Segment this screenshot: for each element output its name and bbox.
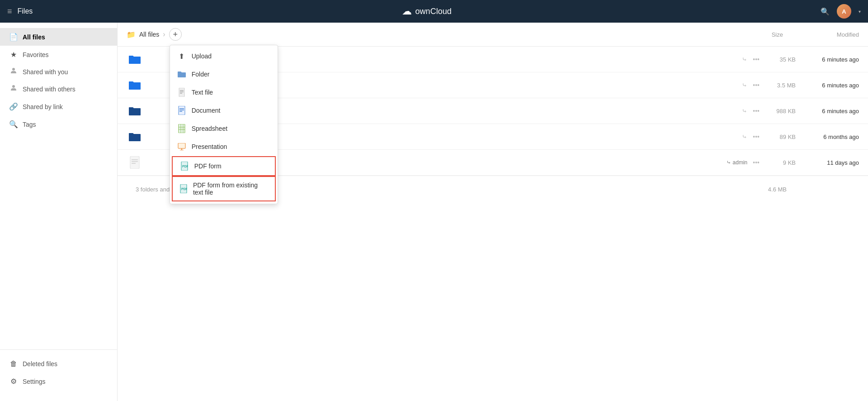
shared-with-you-icon: [9, 68, 18, 76]
nav-center: ☁ ownCloud: [402, 5, 452, 17]
dropdown-item-text-file[interactable]: Text file: [170, 83, 278, 101]
file-size: 988 KB: [760, 108, 796, 115]
sidebar-label-shared-with-you: Shared with you: [23, 68, 68, 76]
nav-left: ≡ Files: [7, 7, 33, 16]
brand-name: ownCloud: [415, 7, 452, 16]
file-size: 9 KB: [760, 159, 796, 166]
sidebar-item-all-files[interactable]: 📄 All files: [0, 28, 117, 46]
dropdown-item-upload[interactable]: ⬆ Upload: [170, 47, 278, 65]
new-file-plus-icon: +: [173, 30, 178, 39]
dropdown-item-pdf-form-existing[interactable]: PDF PDF form from existing text file: [172, 176, 276, 201]
top-navigation: ≡ Files ☁ ownCloud 🔍 A ▾: [0, 0, 868, 23]
shared-by-link-icon: 🔗: [9, 102, 18, 111]
hamburger-menu[interactable]: ≡: [7, 7, 12, 16]
dropdown-label-pdf-form-existing: PDF form from existing text file: [193, 181, 268, 196]
file-type-icon: [127, 51, 143, 67]
sidebar-label-shared-with-others: Shared with others: [23, 86, 75, 93]
upload-icon: ⬆: [177, 52, 186, 61]
sidebar-label-favorites: Favorites: [23, 51, 49, 58]
sidebar-item-shared-with-others[interactable]: Shared with others: [0, 81, 117, 98]
sidebar: 📄 All files ★ Favorites Shared with you: [0, 23, 118, 401]
dropdown-item-spreadsheet[interactable]: Spreadsheet: [170, 119, 278, 138]
file-actions: ⤷ •••: [742, 56, 760, 63]
svg-rect-8: [179, 124, 185, 133]
more-options-icon[interactable]: •••: [753, 133, 760, 140]
sidebar-item-favorites[interactable]: ★ Favorites: [0, 46, 117, 63]
app-layout: 📄 All files ★ Favorites Shared with you: [0, 0, 868, 401]
more-options-icon[interactable]: •••: [753, 159, 760, 166]
more-options-icon[interactable]: •••: [753, 107, 760, 115]
share-icon-small: ⤷: [726, 159, 731, 166]
sidebar-item-tags[interactable]: 🔍 Tags: [0, 115, 117, 133]
dropdown-label-document: Document: [192, 107, 221, 114]
search-icon[interactable]: 🔍: [821, 7, 830, 16]
text-file-icon: [177, 88, 186, 97]
folder-icon: [177, 70, 186, 79]
dropdown-item-folder[interactable]: Folder: [170, 65, 278, 83]
sidebar-label-tags: Tags: [23, 121, 36, 128]
svg-text:PDF: PDF: [182, 165, 188, 168]
dropdown-item-presentation[interactable]: Presentation: [170, 138, 278, 156]
sidebar-nav: 📄 All files ★ Favorites Shared with you: [0, 28, 117, 349]
file-actions: ⤷ •••: [742, 107, 760, 115]
sidebar-label-deleted-files: Deleted files: [23, 360, 57, 368]
sidebar-item-deleted-files[interactable]: 🗑 Deleted files: [0, 355, 117, 372]
document-icon: [177, 106, 186, 115]
svg-rect-20: [130, 156, 139, 169]
share-icon[interactable]: ⤷: [742, 107, 747, 115]
presentation-icon: [177, 142, 186, 151]
sidebar-label-shared-by-link: Shared by link: [23, 103, 63, 110]
dropdown-label-pdf-form: PDF form: [194, 162, 222, 170]
file-actions: ⤷ •••: [742, 133, 760, 140]
breadcrumb-folder-icon: 📁: [127, 30, 136, 39]
more-options-icon[interactable]: •••: [753, 56, 760, 63]
avatar[interactable]: A: [837, 4, 851, 19]
breadcrumb-separator: ›: [163, 30, 165, 38]
file-type-icon: [127, 77, 143, 93]
shared-by-user: admin: [733, 159, 748, 166]
dropdown-label-spreadsheet: Spreadsheet: [192, 125, 227, 132]
all-files-icon: 📄: [9, 33, 18, 41]
new-file-dropdown: ⬆ Upload Folder: [170, 45, 278, 204]
file-modified: 6 minutes ago: [796, 108, 859, 115]
file-actions: ⤷ •••: [742, 81, 760, 89]
dropdown-label-presentation: Presentation: [192, 143, 227, 150]
spreadsheet-icon: [177, 124, 186, 133]
pdf-form-existing-icon: PDF: [180, 184, 188, 193]
sidebar-item-settings[interactable]: ⚙ Settings: [0, 372, 117, 390]
file-type-icon: [127, 129, 143, 145]
modified-column-header: Modified: [787, 31, 859, 38]
deleted-files-icon: 🗑: [9, 360, 18, 368]
tags-icon: 🔍: [9, 120, 18, 129]
settings-icon: ⚙: [9, 377, 18, 386]
svg-rect-0: [179, 88, 184, 97]
cloud-logo-icon: ☁: [402, 5, 412, 17]
new-file-button[interactable]: + ⬆ Upload Folder: [169, 28, 182, 41]
dropdown-item-document[interactable]: Document: [170, 101, 278, 119]
file-modified: 6 months ago: [796, 134, 859, 140]
file-type-icon: [127, 103, 143, 119]
share-icon[interactable]: ⤷: [742, 56, 747, 63]
svg-rect-13: [178, 143, 185, 148]
pdf-form-icon: PDF: [180, 162, 189, 171]
sidebar-item-shared-with-you[interactable]: Shared with you: [0, 63, 117, 81]
file-size: 89 KB: [760, 134, 796, 140]
shared-by-label: ⤷ admin: [726, 159, 748, 166]
size-column-header: Size: [738, 31, 783, 38]
main-content: 📁 All files › + ⬆ Upload: [118, 23, 868, 401]
dropdown-label-upload: Upload: [192, 53, 212, 60]
file-type-icon: [127, 154, 143, 171]
favorites-icon: ★: [9, 50, 18, 59]
nav-right: 🔍 A ▾: [821, 4, 861, 19]
svg-rect-4: [179, 106, 185, 115]
dropdown-item-pdf-form[interactable]: PDF PDF form: [172, 156, 276, 176]
share-icon[interactable]: ⤷: [742, 133, 747, 140]
file-modified: 6 minutes ago: [796, 56, 859, 63]
sidebar-item-shared-by-link[interactable]: 🔗 Shared by link: [0, 98, 117, 115]
file-actions: ⤷ admin •••: [726, 159, 760, 166]
file-modified: 11 days ago: [796, 159, 859, 166]
more-options-icon[interactable]: •••: [753, 81, 760, 89]
share-icon[interactable]: ⤷: [742, 81, 747, 89]
sidebar-bottom: 🗑 Deleted files ⚙ Settings: [0, 349, 117, 396]
user-menu-caret-icon[interactable]: ▾: [859, 9, 861, 14]
